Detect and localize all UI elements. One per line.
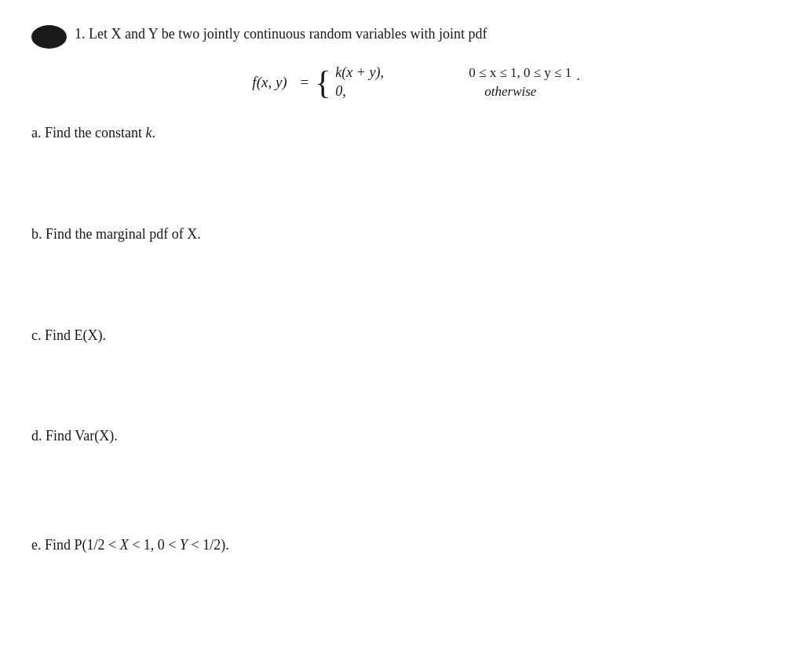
cases-block: k(x + y), 0 ≤ x ≤ 1, 0 ≤ y ≤ 1 0, otherw… [335,64,571,100]
black-oval-icon [31,25,67,49]
case-row-1: k(x + y), 0 ≤ x ≤ 1, 0 ≤ y ≤ 1 [335,64,571,81]
brace-container: { k(x + y), 0 ≤ x ≤ 1, 0 ≤ y ≤ 1 0, othe… [315,64,580,100]
part-e: e. Find P(1/2 < X < 1, 0 < Y < 1/2). [31,534,738,557]
part-c: c. Find E(X). [31,324,738,347]
case2-function: 0, [335,83,422,100]
left-brace-icon: { [315,66,330,99]
equals-sign: = [297,74,309,91]
piecewise-function-section: f(x, y) = { k(x + y), 0 ≤ x ≤ 1, 0 ≤ y ≤… [31,64,738,100]
period: . [576,68,580,84]
case-row-2: 0, otherwise [335,83,571,100]
part-e-label: e. Find P(1/2 < X < 1, 0 < Y < 1/2). [31,537,229,553]
function-lhs: f(x, y) [252,74,287,91]
case1-condition: 0 ≤ x ≤ 1, 0 ≤ y ≤ 1 [469,65,571,81]
case2-condition: otherwise [469,84,536,100]
part-b-label: b. Find the marginal pdf of X. [31,226,201,242]
part-d-label: d. Find Var(X). [31,428,118,444]
part-a-label: a. Find the constant k. [31,125,155,141]
part-b: b. Find the marginal pdf of X. [31,223,738,246]
part-c-label: c. Find E(X). [31,327,106,343]
header-description: Let X and Y be two jointly continuous ra… [86,26,487,42]
piecewise-wrapper: f(x, y) = { k(x + y), 0 ≤ x ≤ 1, 0 ≤ y ≤… [252,64,579,100]
question-number: 1. [75,26,86,42]
case1-function: k(x + y), [335,64,422,81]
question-header: 1. Let X and Y be two jointly continuous… [31,24,738,49]
page: 1. Let X and Y be two jointly continuous… [0,0,785,672]
part-a: a. Find the constant k. [31,122,738,144]
header-text: 1. Let X and Y be two jointly continuous… [75,24,487,45]
part-d: d. Find Var(X). [31,425,738,447]
